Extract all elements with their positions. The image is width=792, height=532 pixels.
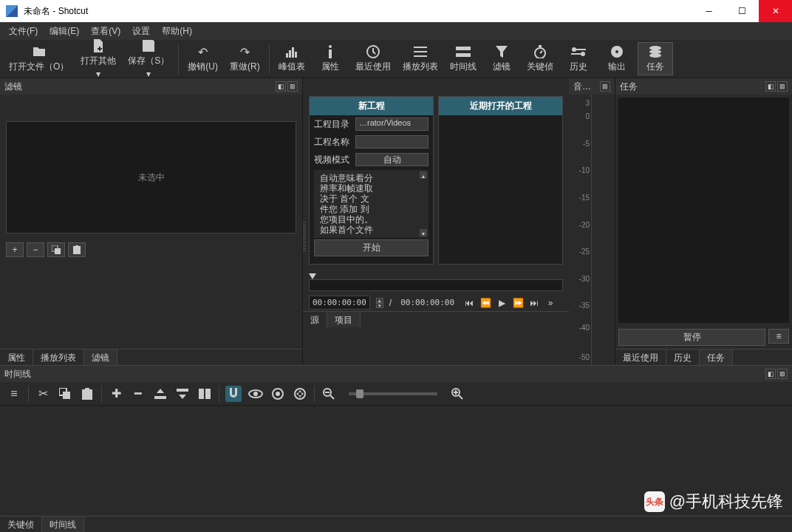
playhead-icon[interactable] (309, 273, 316, 279)
timeline-toolbar: ≡ ✂ ✚ ━ (0, 382, 792, 406)
remove-filter-button[interactable]: − (27, 242, 44, 257)
zoom-handle[interactable] (356, 389, 363, 398)
menu-settings[interactable]: 设置 (126, 25, 156, 38)
forward-button[interactable]: ⏩ (512, 297, 524, 309)
name-input[interactable] (355, 135, 429, 149)
rewind-button[interactable]: ⏪ (479, 297, 491, 309)
peak-meter-button[interactable]: 峰值表 (274, 43, 310, 75)
tab-history[interactable]: 历史 (666, 349, 700, 365)
zoom-out-button[interactable] (321, 386, 337, 402)
undo-button[interactable]: ↶撤销(U) (183, 43, 222, 75)
menu-file[interactable]: 文件(F) (3, 25, 44, 38)
tab-timeline[interactable]: 时间线 (42, 516, 84, 532)
open-file-button[interactable]: 打开文件（O） (4, 43, 73, 75)
add-filter-button[interactable]: + (6, 242, 24, 257)
skip-end-button[interactable]: ⏭ (528, 297, 540, 309)
snap-button[interactable] (225, 386, 242, 402)
cut-button[interactable]: ✂ (35, 386, 51, 402)
center-tabs: 源 项目 (303, 311, 569, 327)
tasks-menu-button[interactable]: ≡ (768, 329, 789, 344)
scrub-track[interactable] (309, 279, 563, 291)
keyframes-button[interactable]: 关键侦 (522, 43, 558, 75)
paste-button[interactable] (79, 386, 95, 402)
dir-input[interactable]: …rator/Videos (355, 117, 429, 131)
zoom-slider[interactable] (349, 392, 437, 395)
stack-icon (648, 44, 663, 59)
paste-filter-button[interactable] (68, 242, 86, 257)
mode-selector[interactable]: 自动 (355, 153, 429, 166)
panel-close-button[interactable]: ⊠ (287, 81, 298, 92)
skip-start-button[interactable]: ⏮ (463, 297, 475, 309)
play-button[interactable]: ▶ (496, 297, 508, 309)
tab-jobs[interactable]: 任务 (700, 349, 733, 365)
copy-button[interactable] (57, 386, 73, 402)
start-button[interactable]: 开始 (314, 239, 429, 256)
panel-close-button[interactable]: ⊠ (777, 369, 788, 379)
lift-button[interactable] (152, 386, 168, 402)
timeline-button[interactable]: 时间线 (446, 43, 481, 75)
panel-close-button[interactable]: ⊠ (600, 81, 610, 92)
filters-button[interactable]: 滤镜 (484, 43, 519, 75)
pause-button[interactable]: 暂停 (618, 329, 765, 346)
tab-filters[interactable]: 滤镜 (84, 349, 117, 365)
tab-properties[interactable]: 属性 (0, 349, 33, 365)
watermark-icon: 头条 (644, 491, 665, 512)
clock-icon (366, 44, 380, 59)
svg-line-42 (330, 395, 334, 399)
right-tabs: 最近使用 历史 任务 (615, 349, 792, 365)
recent-projects-header: 近期打开的工程 (439, 97, 562, 115)
tab-playlist[interactable]: 播放列表 (33, 349, 84, 365)
zoom-in-button[interactable] (449, 386, 465, 402)
append-button[interactable]: ✚ (108, 386, 124, 402)
total-time: 00:00:00:00 (397, 296, 457, 309)
recent-button[interactable]: 最近使用 (351, 43, 395, 75)
svg-point-4 (329, 45, 332, 48)
svg-rect-0 (286, 53, 288, 58)
ripple-all-button[interactable] (292, 386, 308, 402)
scroll-up-button[interactable]: ▴ (420, 171, 427, 179)
tab-keyframes[interactable]: 关键侦 (0, 516, 42, 532)
menu-help[interactable]: 帮助(H) (156, 25, 198, 38)
drag-handle[interactable] (303, 222, 306, 251)
timeline-menu-button[interactable]: ≡ (6, 386, 22, 402)
export-button[interactable]: 输出 (599, 43, 635, 75)
svg-rect-32 (154, 396, 166, 399)
svg-line-14 (540, 51, 542, 53)
history-button[interactable]: 历史 (561, 43, 596, 75)
redo-button[interactable]: ↷重做(R) (225, 43, 264, 75)
menu-edit[interactable]: 编辑(E) (44, 25, 85, 38)
panel-float-button[interactable]: ◧ (765, 81, 776, 92)
svg-rect-34 (199, 389, 204, 399)
scrub-audio-button[interactable] (248, 386, 264, 402)
stopwatch-icon (533, 44, 547, 59)
remove-button[interactable]: ━ (130, 386, 146, 402)
panel-float-button[interactable]: ◧ (276, 81, 286, 92)
time-spinner[interactable]: ▴▾ (376, 298, 383, 308)
split-button[interactable] (197, 386, 213, 402)
tab-recent[interactable]: 最近使用 (615, 349, 666, 365)
tab-project[interactable]: 项目 (327, 312, 361, 327)
svg-rect-11 (456, 53, 471, 57)
panel-close-button[interactable]: ⊠ (777, 81, 788, 92)
copy-filter-button[interactable] (47, 242, 65, 257)
scroll-down-button[interactable]: ▾ (420, 229, 427, 236)
playlist-button[interactable]: 播放列表 (398, 43, 443, 75)
open-other-button[interactable]: 打开其他 ▾ (76, 37, 120, 81)
svg-line-45 (459, 395, 462, 399)
current-time[interactable]: 00:00:00:00 (309, 296, 370, 310)
ripple-button[interactable] (270, 386, 286, 402)
maximize-button[interactable]: ☐ (726, 0, 759, 22)
minimize-button[interactable]: ─ (692, 0, 726, 22)
tab-source[interactable]: 源 (303, 312, 327, 327)
filters-header: 滤镜 ◧ ⊠ (0, 78, 302, 95)
panel-float-button[interactable]: ◧ (765, 369, 776, 379)
properties-button[interactable]: 属性 (313, 43, 348, 75)
overwrite-button[interactable] (174, 386, 191, 402)
menu-view[interactable]: 查看(V) (85, 25, 126, 38)
svg-rect-1 (289, 50, 291, 58)
close-button[interactable]: ✕ (759, 0, 792, 22)
jobs-button[interactable]: 任务 (638, 42, 673, 75)
save-button[interactable]: 保存（S） ▾ (123, 37, 174, 81)
more-button[interactable]: » (544, 297, 556, 309)
scrub-bar[interactable] (309, 273, 563, 291)
